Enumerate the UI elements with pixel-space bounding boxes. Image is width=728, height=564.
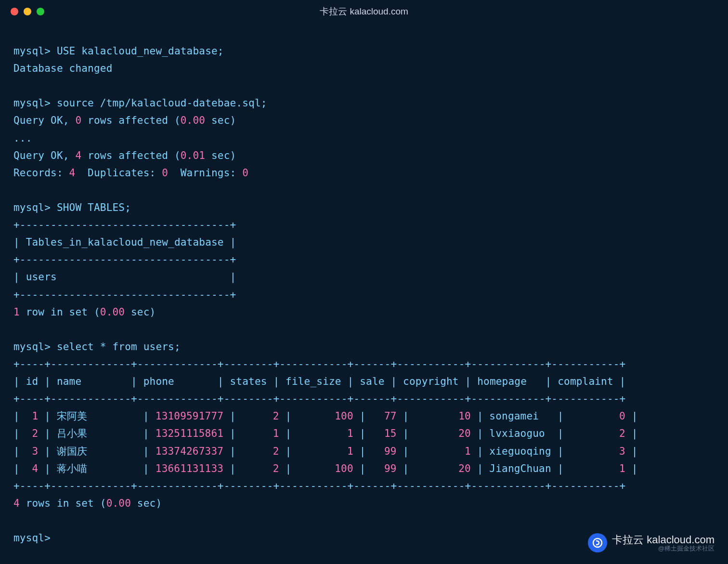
close-icon[interactable] — [11, 8, 18, 15]
terminal-body[interactable]: mysql> USE kalacloud_new_database; Datab… — [0, 23, 728, 556]
count-text: sec) — [125, 306, 156, 318]
cell-sep: | — [471, 463, 490, 474]
cell-sep: | — [353, 463, 372, 474]
resp-use: Database changed — [13, 63, 113, 74]
cell-sep: | — [223, 463, 242, 474]
tbl-border: +----------------------------------+ — [13, 254, 236, 265]
resp-text: Duplicates: — [75, 167, 162, 179]
resp-num: 0.01 — [181, 150, 205, 161]
resp-text: rows affected ( — [81, 115, 181, 126]
cell-states: 2 — [242, 463, 279, 474]
cell-sale: 77 — [372, 410, 396, 422]
cell-sale: 99 — [372, 446, 396, 457]
cell-name: 蒋小喵 — [57, 463, 143, 474]
cmd-show: SHOW TABLES; — [57, 202, 131, 213]
cell-copyright: 10 — [415, 410, 471, 422]
cell-sep: | — [279, 410, 298, 422]
cell-copyright: 20 — [415, 463, 471, 474]
cell-states: 2 — [242, 410, 279, 422]
cell-copyright: 20 — [415, 428, 471, 439]
cell-sep: | — [38, 410, 57, 422]
cell-sep: | — [471, 428, 490, 439]
cell-homepage: xieguoqing — [489, 446, 551, 457]
tbl-border: +----+-------------+-------------+------… — [13, 393, 625, 405]
cell-sep: | — [143, 463, 156, 474]
minimize-icon[interactable] — [24, 8, 31, 15]
cell-sep: | — [471, 446, 490, 457]
cmd-use: USE kalacloud_new_database; — [57, 45, 224, 57]
cell-name: 宋阿美 — [57, 410, 143, 422]
count-text: rows in set ( — [20, 498, 106, 509]
cell-complaint: 3 — [570, 446, 625, 457]
table-row: | 4 | 蒋小喵 | 13661131133 | 2 | 100 | 99 |… — [13, 463, 638, 474]
cell-homepage: JiangChuan — [489, 463, 551, 474]
cell-complaint: 0 — [570, 410, 625, 422]
resp-text: sec) — [205, 150, 236, 161]
cell-sep: | — [551, 410, 570, 422]
cell-homepage: lvxiaoguo — [489, 428, 551, 439]
cell-sep: | — [38, 463, 57, 474]
cell-sep: | — [223, 428, 242, 439]
cell-sep: | — [397, 446, 416, 457]
cell-phone: 13251115861 — [156, 428, 223, 439]
resp-num: 0 — [75, 115, 81, 126]
cell-sep: | — [625, 410, 638, 422]
table-row: | 3 | 谢国庆 | 13374267337 | 2 | 1 | 99 | 1… — [13, 446, 638, 457]
count-num: 0.00 — [100, 306, 125, 318]
cell-sep: | — [279, 428, 298, 439]
ellipsis: ... — [13, 132, 32, 144]
resp-text: Warnings: — [168, 167, 242, 179]
resp-text: Query OK, — [13, 150, 75, 161]
cell-sep: | — [353, 410, 372, 422]
watermark-main: 卡拉云 kalacloud.com — [612, 534, 715, 545]
logo-icon — [588, 533, 607, 552]
cell-id: 1 — [26, 410, 39, 422]
prompt: mysql> — [13, 97, 51, 109]
cell-complaint: 2 — [570, 428, 625, 439]
cell-name: 谢国庆 — [57, 446, 143, 457]
count-num: 0.00 — [106, 498, 131, 509]
cell-sep: | — [397, 463, 416, 474]
cmd-select: select * from users; — [57, 341, 181, 353]
cell-sep: | — [625, 446, 638, 457]
cmd-source: source /tmp/kalacloud-datebae.sql; — [57, 97, 267, 109]
tbl-border: +----------------------------------+ — [13, 219, 236, 231]
tbl-border: +----+-------------+-------------+------… — [13, 358, 625, 370]
svg-point-0 — [593, 538, 602, 547]
cell-sep: | — [353, 428, 372, 439]
count-num: 1 — [13, 306, 20, 318]
titlebar: 卡拉云 kalacloud.com — [0, 0, 728, 23]
resp-text: Query OK, — [13, 115, 75, 126]
cell-sep: | — [279, 446, 298, 457]
tbl-header: | Tables_in_kalacloud_new_database | — [13, 236, 236, 248]
cell-sep: | — [551, 446, 570, 457]
cell-sep: | — [279, 463, 298, 474]
cell-phone: 13374267337 — [156, 446, 223, 457]
tbl-border: +----------------------------------+ — [13, 289, 236, 301]
cell-sep: | — [625, 428, 638, 439]
table-row: | 2 | 吕小果 | 13251115861 | 1 | 1 | 15 | 2… — [13, 428, 638, 439]
count-text: row in set ( — [20, 306, 100, 318]
cell-id: 2 — [26, 428, 39, 439]
resp-num: 0 — [242, 167, 248, 179]
cell-sep: | — [38, 446, 57, 457]
cell-sep: | — [143, 428, 156, 439]
cell-id: 3 — [26, 446, 39, 457]
tbl-rows: | 1 | 宋阿美 | 13109591777 | 2 | 100 | 77 |… — [13, 410, 638, 474]
cell-file-size: 1 — [298, 446, 353, 457]
resp-num: 4 — [69, 167, 76, 179]
resp-text: rows affected ( — [81, 150, 181, 161]
cell-states: 1 — [242, 428, 279, 439]
maximize-icon[interactable] — [37, 8, 44, 15]
prompt: mysql> — [13, 45, 51, 57]
cell-sep: | — [471, 410, 490, 422]
cell-file-size: 100 — [298, 463, 353, 474]
prompt: mysql> — [13, 202, 51, 213]
cell-sep: | — [143, 410, 156, 422]
cell-sep: | — [397, 428, 416, 439]
cell-sep: | — [551, 463, 570, 474]
cell-phone: 13661131133 — [156, 463, 223, 474]
count-num: 4 — [13, 498, 20, 509]
traffic-lights — [11, 8, 44, 15]
cell-phone: 13109591777 — [156, 410, 223, 422]
